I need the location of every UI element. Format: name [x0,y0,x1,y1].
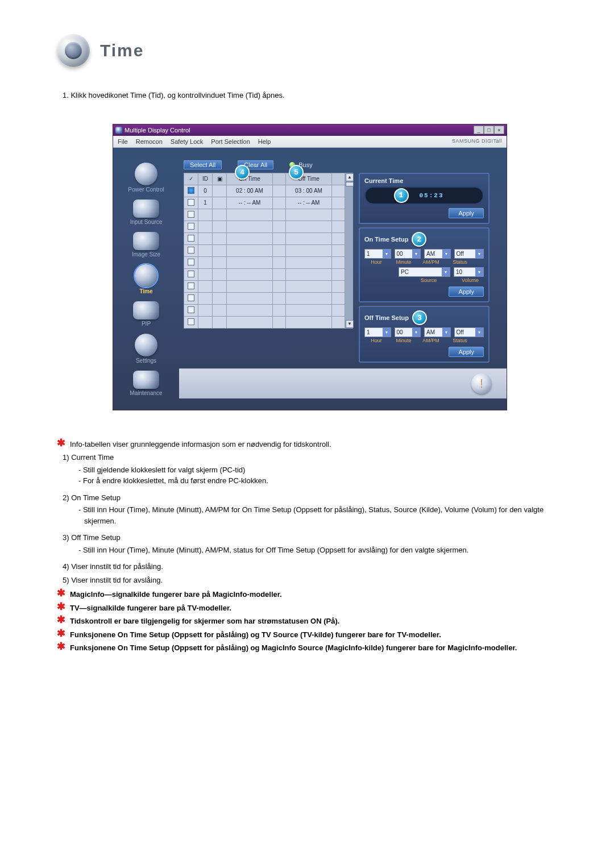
star-note-3: Tidskontroll er bare tilgjengelig for sk… [70,616,339,627]
star-note-1: MagicInfo—signalkilde fungerer bare på M… [70,589,282,600]
numbered-list: 1) Current Time Still gjeldende klokkesl… [63,452,563,585]
current-time-value: 05:23 [419,192,443,199]
chevron-down-icon: ▾ [412,328,420,337]
table-row[interactable]: 0 02 : 00 AM 03 : 00 AM [184,185,345,197]
star-icon: ✱ [57,439,65,450]
off-hour-select[interactable]: 1▾ [364,327,391,337]
panel-title: Off Time Setup 3 [364,310,484,325]
on-ampm-select[interactable]: AM▾ [424,249,451,259]
sidebar-label: Settings [136,358,156,364]
scroll-thumb[interactable] [346,182,354,186]
marker-1: 1 [394,188,409,203]
titlebar: Multiple Display Control _ □ × [113,124,507,136]
minimize-button[interactable]: _ [474,126,484,134]
checkbox-icon[interactable] [188,294,194,301]
sidebar-item-pip[interactable]: PIP [133,301,159,327]
on-minute-select[interactable]: 00▾ [395,249,421,259]
panel-off-time: Off Time Setup 3 1▾ 00▾ AM▾ Off▾ Hour [359,306,489,363]
menu-safety-lock[interactable]: Safety Lock [171,138,203,145]
marker-3: 3 [412,310,427,325]
cell-id: 0 [198,185,213,197]
menu-help[interactable]: Help [258,138,271,145]
n1-head: 1) Current Time [63,452,563,463]
sidebar-item-input[interactable]: Input Source [130,200,163,225]
sidebar-item-settings[interactable]: Settings [135,334,157,364]
checkbox-icon[interactable] [188,211,194,218]
sidebar-label: Power Control [128,186,164,193]
chevron-down-icon: ▾ [412,250,420,258]
on-volume-select[interactable]: 10▾ [454,267,484,277]
star-note-4: Funksjonene On Time Setup (Oppsett for p… [70,629,441,641]
off-ampm-select[interactable]: AM▾ [424,327,451,337]
checkbox-icon[interactable] [188,235,194,242]
star-icon: ✱ [57,603,65,614]
checkbox-icon[interactable] [188,247,194,254]
off-status-select[interactable]: Off▾ [454,327,484,337]
chevron-down-icon: ▾ [475,328,483,337]
chevron-down-icon: ▾ [442,328,450,337]
intro-item-1: 1. Klikk hovedikonet Time (Tid), og kont… [63,90,563,101]
app-icon [115,127,122,134]
sidebar-label: Maintenance [130,390,162,396]
sidebar-label: Time [139,288,152,294]
checkbox-icon[interactable] [188,271,194,277]
close-button[interactable]: × [494,126,504,134]
intro-list: 1. Klikk hovedikonet Time (Tid), og kont… [63,90,563,101]
panel-title: On Time Setup 2 [364,232,484,247]
menu-remocon[interactable]: Remocon [136,138,163,145]
checkbox-icon[interactable] [188,306,194,313]
table-row[interactable]: 1 -- : -- AM -- : -- AM [184,197,345,209]
cell-id: 1 [198,197,213,209]
checkbox-icon[interactable] [188,283,194,289]
panel-on-time: On Time Setup 2 1▾ 00▾ AM▾ Off▾ Hour [359,227,489,302]
apply-button[interactable]: Apply [449,347,484,357]
star-notes: ✱ MagicInfo—signalkilde fungerer bare på… [57,589,563,654]
sidebar-item-maintenance[interactable]: Maintenance [130,371,162,396]
n5: 5) Viser innstilt tid for avslåing. [63,575,563,586]
info-icon: ! [471,373,492,394]
checkbox-icon[interactable] [188,187,194,194]
marker-5: 5 [289,165,304,180]
checkbox-icon[interactable] [188,199,194,206]
sidebar-label: Image Size [132,251,160,258]
star-icon: ✱ [57,642,65,654]
off-minute-select[interactable]: 00▾ [395,327,421,337]
n3a: Still inn Hour (Time), Minute (Minutt), … [78,545,563,556]
on-status-select[interactable]: Off▾ [454,249,484,259]
menu-port-selection[interactable]: Port Selection [211,138,250,145]
heading-row: Time [57,34,563,67]
chevron-down-icon: ▾ [383,328,391,337]
n3-head: 3) Off Time Setup [63,532,563,543]
image-icon [133,232,159,250]
on-source-select[interactable]: PC▾ [399,267,450,277]
sidebar-item-image[interactable]: Image Size [132,232,160,258]
apply-button[interactable]: Apply [449,286,484,297]
chevron-down-icon: ▾ [383,250,391,258]
sidebar: Power Control Input Source Image Size Ti… [113,148,179,402]
checkbox-icon[interactable] [188,318,194,325]
sidebar-label: PIP [142,321,151,327]
menu-file[interactable]: File [118,138,128,145]
scrollbar[interactable]: ▲ ▼ [345,173,353,329]
maintenance-icon [133,371,159,389]
sidebar-item-power[interactable]: Power Control [128,163,164,193]
checkbox-icon[interactable] [188,259,194,265]
maximize-button[interactable]: □ [484,126,494,134]
marker-4: 4 [235,165,250,180]
pip-icon [133,301,159,319]
menubar: File Remocon Safety Lock Port Selection … [113,136,507,148]
scroll-up-icon[interactable]: ▲ [346,173,354,181]
star-note-5: Funksjonene On Time Setup (Oppsett for p… [70,642,517,654]
on-hour-select[interactable]: 1▾ [364,249,391,259]
power-icon [135,163,157,185]
n1b: For å endre klokkeslettet, må du først e… [78,475,563,487]
cell-on-time: 02 : 00 AM [227,185,273,197]
footer-bar: ! [179,368,507,398]
scroll-down-icon[interactable]: ▼ [346,320,354,328]
select-all-button[interactable]: Select All [184,160,222,169]
input-icon [133,200,159,218]
apply-button[interactable]: Apply [449,208,484,218]
marker-2: 2 [412,232,426,247]
sidebar-item-time[interactable]: Time [135,264,157,294]
checkbox-icon[interactable] [188,223,194,230]
